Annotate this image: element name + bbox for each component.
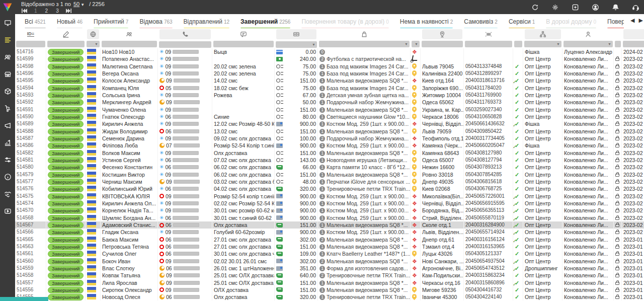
tab-6[interactable]: Повернення товару (в дорозі)0	[297, 14, 393, 28]
page-number-1[interactable]: 1	[34, 8, 37, 14]
app-logo[interactable]	[0, 0, 15, 14]
column-header-id[interactable]: ID≡	[15, 28, 46, 40]
sidebar-item-handshake[interactable]	[0, 185, 15, 202]
order-row-514561[interactable]: 514561ЗавершенийСучилов Олег0630.01 смс …	[15, 250, 644, 257]
page-number-3[interactable]: 3	[56, 8, 59, 14]
filter-input-ttn[interactable]	[465, 41, 512, 47]
filter-input-id[interactable]	[16, 41, 45, 47]
order-row-514567[interactable]: 514567ЗавершенийАдамовский Станис...06Ол…	[15, 221, 644, 229]
support-icon[interactable]	[631, 3, 640, 12]
order-row-514557[interactable]: 514557ЗавершенийЛила Ярослав0925.01 смс …	[15, 279, 644, 286]
tab-4[interactable]: Відправлений12	[179, 14, 234, 28]
filter-input-ct[interactable]	[422, 41, 463, 47]
sidebar-item-monitor[interactable]	[0, 14, 15, 31]
column-header-dt[interactable]	[622, 28, 644, 40]
order-row-514716[interactable]: 514716ЗавершенийНов10 Нов10✳09Выцв0.000❖…	[15, 48, 644, 55]
order-row-514587[interactable]: 514587ЗавершенийСеменюк Дарина✳0909.02 с…	[15, 135, 644, 142]
order-row-514560[interactable]: 514560ЗавершенийБокоч Иван0902.02 30.01 …	[15, 258, 644, 265]
settings-icon[interactable]	[550, 3, 559, 12]
tab-9[interactable]: Сервіси1	[504, 14, 539, 28]
filter-input-st[interactable]	[47, 41, 85, 47]
order-row-514556[interactable]: 514556ЗавершенийСиротюк Олександр09ОЛХ д…	[15, 286, 644, 293]
column-header-ph[interactable]	[158, 28, 212, 40]
add-icon[interactable]	[571, 3, 580, 12]
tab-7[interactable]: Нема в наявності2	[395, 14, 458, 28]
filter-input-lk[interactable]	[615, 41, 621, 47]
order-row-514558[interactable]: 514558ЗавершенийКовпак Татьяна0925.01 см…	[15, 272, 644, 279]
order-row-514563[interactable]: 514563ЗавершенийПетровська Тетяна0627.01…	[15, 243, 644, 250]
sidebar-item-store[interactable]	[0, 65, 15, 83]
filter-input-pr[interactable]: ▼	[319, 41, 410, 47]
tab-0[interactable]: Всі4521	[20, 14, 50, 28]
sidebar-item-video[interactable]	[0, 202, 15, 219]
tab-11[interactable]: Повернення (завершений)125	[603, 14, 624, 28]
tab-8[interactable]: Самовивіз2	[459, 14, 502, 28]
first-page-icon[interactable]	[21, 9, 27, 13]
column-header-di[interactable]	[411, 28, 421, 40]
filter-input-cm[interactable]	[213, 41, 274, 47]
order-row-514591[interactable]: 514591ЗавершенийЧумаченко Олена✳09151.00…	[15, 106, 644, 113]
column-header-mgr[interactable]	[562, 28, 614, 40]
order-row-514588[interactable]: 514588ЗавершенийЖидак Володимир0613.02 с…	[15, 128, 644, 135]
notifications-icon[interactable]	[611, 3, 620, 12]
filter-input-pay[interactable]: ▼	[276, 41, 317, 48]
order-row-514592[interactable]: 514592ЗавершенийМерклингер Андрей0950.00…	[15, 99, 644, 106]
order-row-514596[interactable]: 514596ЗавершенийВегера Оксана✳0920.02 см…	[15, 70, 644, 77]
filter-input-mgr[interactable]: ▼	[564, 41, 613, 47]
order-row-514589[interactable]: 514589ЗавершенийКирилич Анжела✳0912.02 с…	[15, 120, 644, 127]
filter-input-ph[interactable]	[159, 41, 211, 48]
order-row-514568[interactable]: 514568ЗавершенийШумляс Богдана Ан...✳063…	[15, 214, 644, 221]
order-row-514595[interactable]: 514595ЗавершенийКолосок Александр0914.02…	[15, 77, 644, 84]
filter-input-fl[interactable]: ▼	[87, 41, 100, 47]
tab-3[interactable]: Відмова763	[135, 14, 177, 28]
order-row-514565[interactable]: 514565ЗавершенийБаюка Максим0627.01 смс …	[15, 236, 644, 243]
column-header-pr[interactable]	[318, 28, 411, 40]
filter-input-dt[interactable]	[623, 41, 644, 47]
per-page-select[interactable]: 50	[73, 1, 79, 7]
tab-1[interactable]: Новый46	[52, 14, 87, 28]
column-header-lk[interactable]	[614, 28, 622, 40]
order-row-514593[interactable]: 514593ЗавершенийСольська Ірина✳09Рожева6…	[15, 92, 644, 99]
last-page-icon[interactable]	[66, 9, 72, 13]
sidebar-item-users[interactable]	[0, 48, 15, 65]
tab-scroll-right-icon[interactable]: ▶	[639, 17, 643, 24]
order-row-514574[interactable]: 514574ЗавершенийКирилич Анжела Ол...✳090…	[15, 200, 644, 207]
sidebar-item-sliders[interactable]	[0, 151, 15, 168]
page-number-2[interactable]: 2	[45, 8, 48, 14]
order-row-514559[interactable]: 514559ЗавершенийВлас Слотюу0626.01 смс 1…	[15, 265, 644, 272]
order-row-514566[interactable]: 514566ЗавершенийГладик Оксана✳09Голубий …	[15, 229, 644, 236]
profile-icon[interactable]	[591, 3, 600, 12]
filter-input-src[interactable]: ▼	[524, 41, 561, 47]
filter-input-nm[interactable]	[102, 41, 157, 47]
order-row-514590[interactable]: 514590ЗавершенийГнатюк Олексндр✳06Синие8…	[15, 113, 644, 120]
column-header-ttn[interactable]	[464, 28, 513, 40]
column-header-src[interactable]	[523, 28, 562, 40]
tab-2[interactable]: Прийнятий7	[89, 14, 133, 28]
sidebar-item-chart[interactable]	[0, 134, 15, 151]
order-row-514594[interactable]: 514594ЗавершенийКомпанец Юля0518.02 смс …	[15, 85, 644, 92]
order-row-514581[interactable]: 514581ЗавершенийУстинов Сергей✳0607.02 с…	[15, 157, 644, 164]
order-row-514586[interactable]: 514586ЗавершенийФіліпова Люба07Розмір 52…	[15, 142, 644, 149]
order-row-514575[interactable]: 514575ЗавершенийКВІТОВСЬКА ЮЛІЯ09Розмір …	[15, 193, 644, 200]
tab-scroll-left-icon[interactable]: ◀	[630, 17, 634, 24]
order-row-514579[interactable]: 514579ЗавершенийКостишин Виктор✳0906.02 …	[15, 171, 644, 178]
sidebar-item-orders-list[interactable]	[0, 31, 15, 48]
column-header-cm[interactable]	[212, 28, 275, 40]
order-row-514570[interactable]: 514570ЗавершенийКорнелюк Надія Та...✳093…	[15, 207, 644, 214]
column-header-ck[interactable]	[513, 28, 523, 40]
column-header-fl[interactable]	[86, 28, 101, 40]
refresh-icon[interactable]	[530, 3, 539, 12]
order-row-514582[interactable]: 514582ЗавершенийВолков Максим✳09Олх дост…	[15, 149, 644, 157]
filter-input-di[interactable]: ▼	[412, 41, 420, 47]
order-row-514580[interactable]: 514580ЗавершенийФесенко Константин✳0606.…	[15, 164, 644, 171]
sidebar-item-package[interactable]	[0, 83, 15, 100]
order-row-514576[interactable]: 514576ЗавершенийКобилинський Юрий✳0604.0…	[15, 185, 644, 192]
tab-10[interactable]: В дорозі додому0	[541, 14, 601, 28]
sidebar-item-megaphone[interactable]	[0, 117, 15, 134]
order-row-514599[interactable]: 514599ЗавершенийПотапенко Анастас...✳092…	[15, 55, 644, 62]
tab-zavershenyi-active[interactable]: Завершений2256	[236, 14, 295, 28]
order-row-514598[interactable]: 514598ЗавершенийМалютина Светлана✳0920.0…	[15, 63, 644, 70]
filter-input-ck[interactable]	[514, 41, 522, 47]
column-header-st[interactable]	[46, 28, 86, 40]
column-header-nm[interactable]	[101, 28, 158, 40]
